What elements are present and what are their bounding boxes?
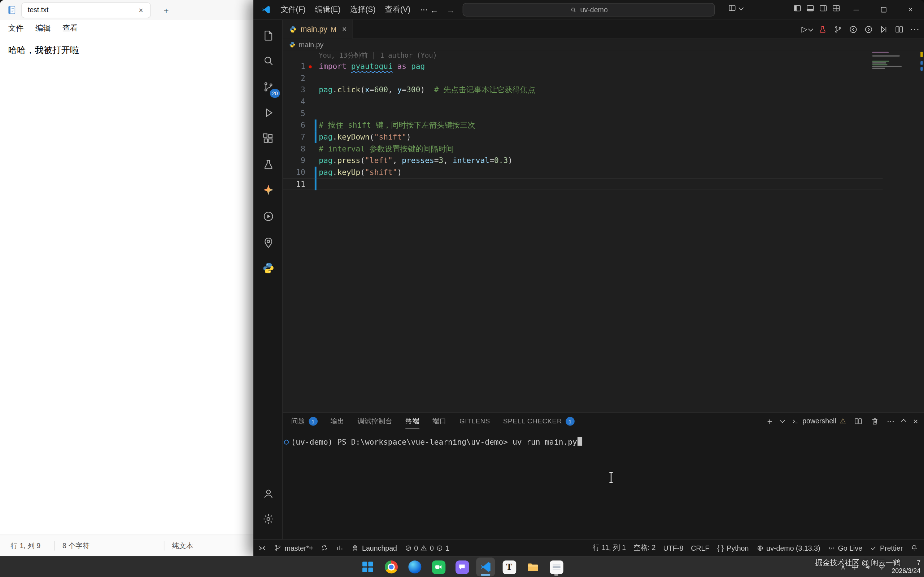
panel-tab-ports[interactable]: 端口 [432,413,446,429]
panel-tab-terminal[interactable]: 终端 [405,413,419,429]
window-layout-dropdown[interactable] [728,3,743,12]
code-runner-icon[interactable] [254,204,283,229]
split-editor-icon[interactable] [894,24,904,34]
line-number[interactable]: 8 [283,143,305,155]
toggle-panel-icon[interactable] [806,3,815,13]
account-icon[interactable] [254,481,283,506]
run-all-icon[interactable] [879,24,888,34]
new-terminal-icon[interactable]: + [767,416,772,426]
terminal-profile-dropdown-icon[interactable] [780,418,785,423]
code-line[interactable]: 7pag.keyDown("shift") [283,131,883,143]
ai-assistant-icon[interactable] [254,177,283,202]
tab-main-py[interactable]: main.py M × [283,19,353,39]
search-icon[interactable] [254,48,283,73]
customize-layout-icon[interactable] [832,3,841,13]
code-line[interactable]: 5 [283,108,883,120]
run-python-file-button[interactable]: ▷ [801,25,812,34]
line-number[interactable]: 5 [283,108,305,120]
line-number[interactable]: 9 [283,155,305,167]
menu-selection[interactable]: 选择(S) [346,2,380,17]
code-line[interactable]: 10pag.keyUp("shift") [283,167,883,179]
edge-browser-icon[interactable] [405,558,424,576]
chrome-icon[interactable] [382,558,401,576]
kill-terminal-trash-icon[interactable] [870,416,879,425]
problems-summary[interactable]: 0 0 1 [405,544,449,552]
tab-close-icon[interactable]: × [136,6,145,15]
new-tab-button[interactable]: + [159,3,173,17]
toggle-secondary-sidebar-icon[interactable] [819,3,828,13]
panel-tab-output[interactable]: 输出 [331,413,345,429]
panel-tab-problems[interactable]: 问题1 [291,413,318,429]
code-line[interactable]: 2 [283,73,883,84]
panel-tab-debug-console[interactable]: 调试控制台 [357,413,393,429]
file-explorer-icon[interactable] [523,558,542,576]
settings-gear-icon[interactable] [254,506,283,531]
code-line[interactable]: 11 [283,179,883,190]
remote-indicator-icon[interactable] [258,544,267,552]
explorer-icon[interactable] [254,23,283,48]
code-editor[interactable]: You, 13分钟前 | 1 author (You) 1import pyau… [283,50,924,412]
encoding[interactable]: UTF-8 [663,544,683,552]
chat-app-icon[interactable] [452,558,472,576]
meeting-app-icon[interactable] [429,558,448,576]
terminal-instance[interactable]: powershell ⚠ [791,417,846,425]
test-beaker-icon[interactable] [818,24,827,34]
code-line[interactable]: 3pag.click(x=600, y=300) # 先点击记事本让它获得焦点 [283,84,883,96]
menu-edit[interactable]: 编辑(E) [310,2,346,17]
menu-view[interactable]: 查看(V) [380,2,415,17]
close-panel-icon[interactable]: × [913,416,918,425]
more-actions-icon[interactable]: ⋯ [910,23,919,35]
nav-back-icon[interactable]: ← [430,0,439,19]
go-live-item[interactable]: Go Live [828,544,862,552]
panel-tab-spellchecker[interactable]: SPELL CHECKER1 [503,413,575,429]
notifications-bell-icon[interactable] [910,544,918,552]
panel-more-icon[interactable]: ⋯ [887,416,894,425]
command-center-search[interactable]: uv-demo [463,3,715,16]
menu-overflow-icon[interactable]: ⋯ [415,3,432,16]
cursor-position[interactable]: 行 11, 列 1 [593,543,626,553]
breadcrumb[interactable]: main.py [283,39,924,51]
line-number[interactable]: 4 [283,96,305,108]
menu-view[interactable]: 查看 [57,21,84,36]
indentation[interactable]: 空格: 2 [633,543,656,553]
start-button[interactable] [359,558,377,576]
source-control-icon[interactable]: 20 [254,74,283,99]
code-line[interactable]: 4 [283,96,883,108]
run-debug-icon[interactable] [254,100,283,125]
line-number[interactable]: 1 [283,61,305,73]
menu-file[interactable]: 文件 [3,21,30,36]
code-line[interactable]: 6# 按住 shift 键，同时按下左箭头键按三次 [283,119,883,131]
close-button[interactable]: × [897,0,924,19]
code-line[interactable]: 1import pyautogui as pag [283,61,883,73]
extensions-icon[interactable] [254,126,283,151]
line-number[interactable]: 11 [283,179,305,190]
terminal[interactable]: (uv-demo) PS D:\workspace\vue-learning\u… [283,436,924,448]
line-number[interactable]: 7 [283,131,305,143]
line-number[interactable]: 6 [283,119,305,131]
prettier-item[interactable]: Prettier [870,544,903,552]
minimize-button[interactable]: ─ [843,0,870,19]
remote-explorer-icon[interactable] [254,230,283,255]
line-number[interactable]: 2 [283,73,305,84]
code-line[interactable]: 9pag.press("left", presses=3, interval=0… [283,155,883,167]
git-branch-item[interactable]: master*+ [274,544,313,552]
python-interpreter[interactable]: uv-demo (3.13.3) [756,544,821,552]
typora-icon[interactable]: T [499,558,518,576]
commit-graph-icon[interactable] [336,544,344,552]
notepad-tab[interactable]: test.txt × [21,2,151,18]
gitlens-graph-icon[interactable] [834,24,843,34]
line-number[interactable]: 3 [283,84,305,96]
testing-icon[interactable] [254,152,283,177]
tab-close-icon[interactable]: × [342,25,347,34]
panel-tab-gitlens[interactable]: GITLENS [459,413,490,429]
command-decoration-icon[interactable] [284,440,289,445]
prev-change-icon[interactable] [848,24,858,34]
line-number[interactable]: 10 [283,167,305,179]
nav-forward-icon[interactable]: → [447,0,455,19]
next-change-icon[interactable] [864,24,873,34]
python-extension-icon[interactable] [254,256,283,280]
menu-edit[interactable]: 编辑 [30,21,57,36]
eol-sequence[interactable]: CRLF [691,544,709,552]
sync-changes-icon[interactable] [321,544,328,552]
split-terminal-icon[interactable] [854,416,862,425]
